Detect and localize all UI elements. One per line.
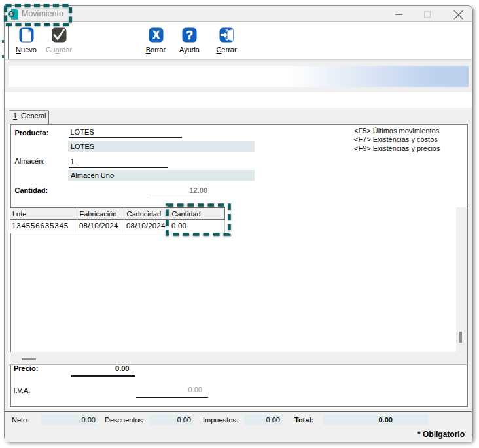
svg-text:$: $ bbox=[9, 11, 12, 18]
svg-text:X: X bbox=[152, 29, 160, 41]
svg-text:?: ? bbox=[186, 29, 193, 42]
